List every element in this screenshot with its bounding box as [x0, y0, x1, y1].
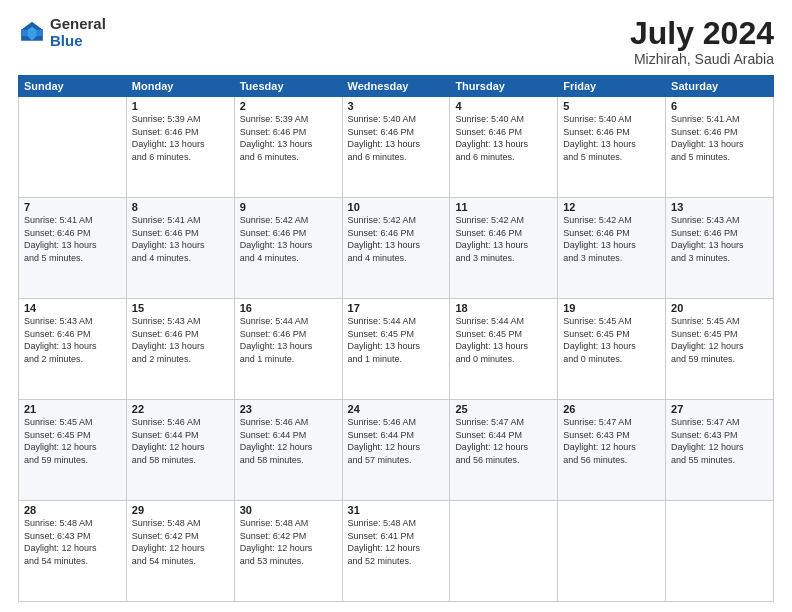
day-number: 7 [24, 201, 121, 213]
day-info: Sunrise: 5:40 AM Sunset: 6:46 PM Dayligh… [455, 113, 552, 163]
month-title: July 2024 [630, 16, 774, 51]
table-row: 17Sunrise: 5:44 AM Sunset: 6:45 PM Dayli… [342, 299, 450, 400]
day-number: 25 [455, 403, 552, 415]
day-info: Sunrise: 5:43 AM Sunset: 6:46 PM Dayligh… [132, 315, 229, 365]
table-row: 25Sunrise: 5:47 AM Sunset: 6:44 PM Dayli… [450, 400, 558, 501]
day-number: 23 [240, 403, 337, 415]
logo-general: General [50, 16, 106, 33]
table-row: 21Sunrise: 5:45 AM Sunset: 6:45 PM Dayli… [19, 400, 127, 501]
day-number: 1 [132, 100, 229, 112]
day-info: Sunrise: 5:44 AM Sunset: 6:46 PM Dayligh… [240, 315, 337, 365]
table-row [558, 501, 666, 602]
col-friday: Friday [558, 76, 666, 97]
day-info: Sunrise: 5:46 AM Sunset: 6:44 PM Dayligh… [132, 416, 229, 466]
table-row: 5Sunrise: 5:40 AM Sunset: 6:46 PM Daylig… [558, 97, 666, 198]
day-number: 24 [348, 403, 445, 415]
day-number: 26 [563, 403, 660, 415]
day-info: Sunrise: 5:42 AM Sunset: 6:46 PM Dayligh… [240, 214, 337, 264]
table-row: 14Sunrise: 5:43 AM Sunset: 6:46 PM Dayli… [19, 299, 127, 400]
table-row [666, 501, 774, 602]
title-block: July 2024 Mizhirah, Saudi Arabia [630, 16, 774, 67]
table-row: 26Sunrise: 5:47 AM Sunset: 6:43 PM Dayli… [558, 400, 666, 501]
table-row: 11Sunrise: 5:42 AM Sunset: 6:46 PM Dayli… [450, 198, 558, 299]
day-info: Sunrise: 5:47 AM Sunset: 6:44 PM Dayligh… [455, 416, 552, 466]
day-info: Sunrise: 5:48 AM Sunset: 6:42 PM Dayligh… [132, 517, 229, 567]
table-row: 13Sunrise: 5:43 AM Sunset: 6:46 PM Dayli… [666, 198, 774, 299]
table-row: 29Sunrise: 5:48 AM Sunset: 6:42 PM Dayli… [126, 501, 234, 602]
day-info: Sunrise: 5:43 AM Sunset: 6:46 PM Dayligh… [671, 214, 768, 264]
table-row: 22Sunrise: 5:46 AM Sunset: 6:44 PM Dayli… [126, 400, 234, 501]
day-number: 16 [240, 302, 337, 314]
day-number: 2 [240, 100, 337, 112]
table-row: 23Sunrise: 5:46 AM Sunset: 6:44 PM Dayli… [234, 400, 342, 501]
day-number: 21 [24, 403, 121, 415]
location: Mizhirah, Saudi Arabia [630, 51, 774, 67]
day-info: Sunrise: 5:41 AM Sunset: 6:46 PM Dayligh… [671, 113, 768, 163]
table-row: 24Sunrise: 5:46 AM Sunset: 6:44 PM Dayli… [342, 400, 450, 501]
day-number: 10 [348, 201, 445, 213]
day-info: Sunrise: 5:44 AM Sunset: 6:45 PM Dayligh… [455, 315, 552, 365]
day-number: 12 [563, 201, 660, 213]
day-number: 20 [671, 302, 768, 314]
table-row [19, 97, 127, 198]
day-info: Sunrise: 5:41 AM Sunset: 6:46 PM Dayligh… [132, 214, 229, 264]
header-row: Sunday Monday Tuesday Wednesday Thursday… [19, 76, 774, 97]
day-number: 4 [455, 100, 552, 112]
col-monday: Monday [126, 76, 234, 97]
table-row: 7Sunrise: 5:41 AM Sunset: 6:46 PM Daylig… [19, 198, 127, 299]
day-number: 8 [132, 201, 229, 213]
table-row: 12Sunrise: 5:42 AM Sunset: 6:46 PM Dayli… [558, 198, 666, 299]
logo-blue: Blue [50, 33, 106, 50]
col-wednesday: Wednesday [342, 76, 450, 97]
day-info: Sunrise: 5:42 AM Sunset: 6:46 PM Dayligh… [348, 214, 445, 264]
table-row: 18Sunrise: 5:44 AM Sunset: 6:45 PM Dayli… [450, 299, 558, 400]
day-info: Sunrise: 5:39 AM Sunset: 6:46 PM Dayligh… [240, 113, 337, 163]
day-info: Sunrise: 5:46 AM Sunset: 6:44 PM Dayligh… [240, 416, 337, 466]
day-number: 6 [671, 100, 768, 112]
day-info: Sunrise: 5:46 AM Sunset: 6:44 PM Dayligh… [348, 416, 445, 466]
week-row-5: 28Sunrise: 5:48 AM Sunset: 6:43 PM Dayli… [19, 501, 774, 602]
week-row-2: 7Sunrise: 5:41 AM Sunset: 6:46 PM Daylig… [19, 198, 774, 299]
day-number: 28 [24, 504, 121, 516]
table-row: 28Sunrise: 5:48 AM Sunset: 6:43 PM Dayli… [19, 501, 127, 602]
day-number: 15 [132, 302, 229, 314]
day-number: 27 [671, 403, 768, 415]
day-number: 22 [132, 403, 229, 415]
week-row-1: 1Sunrise: 5:39 AM Sunset: 6:46 PM Daylig… [19, 97, 774, 198]
header: General Blue July 2024 Mizhirah, Saudi A… [18, 16, 774, 67]
table-row: 2Sunrise: 5:39 AM Sunset: 6:46 PM Daylig… [234, 97, 342, 198]
day-number: 14 [24, 302, 121, 314]
table-row: 15Sunrise: 5:43 AM Sunset: 6:46 PM Dayli… [126, 299, 234, 400]
week-row-4: 21Sunrise: 5:45 AM Sunset: 6:45 PM Dayli… [19, 400, 774, 501]
day-number: 31 [348, 504, 445, 516]
day-number: 19 [563, 302, 660, 314]
svg-marker-4 [21, 29, 27, 35]
col-sunday: Sunday [19, 76, 127, 97]
day-info: Sunrise: 5:48 AM Sunset: 6:41 PM Dayligh… [348, 517, 445, 567]
day-info: Sunrise: 5:48 AM Sunset: 6:43 PM Dayligh… [24, 517, 121, 567]
day-number: 11 [455, 201, 552, 213]
table-row: 20Sunrise: 5:45 AM Sunset: 6:45 PM Dayli… [666, 299, 774, 400]
day-number: 5 [563, 100, 660, 112]
day-info: Sunrise: 5:44 AM Sunset: 6:45 PM Dayligh… [348, 315, 445, 365]
table-row: 6Sunrise: 5:41 AM Sunset: 6:46 PM Daylig… [666, 97, 774, 198]
day-info: Sunrise: 5:45 AM Sunset: 6:45 PM Dayligh… [563, 315, 660, 365]
day-number: 3 [348, 100, 445, 112]
table-row: 19Sunrise: 5:45 AM Sunset: 6:45 PM Dayli… [558, 299, 666, 400]
table-row: 8Sunrise: 5:41 AM Sunset: 6:46 PM Daylig… [126, 198, 234, 299]
table-row: 4Sunrise: 5:40 AM Sunset: 6:46 PM Daylig… [450, 97, 558, 198]
page: General Blue July 2024 Mizhirah, Saudi A… [0, 0, 792, 612]
day-info: Sunrise: 5:47 AM Sunset: 6:43 PM Dayligh… [671, 416, 768, 466]
day-info: Sunrise: 5:40 AM Sunset: 6:46 PM Dayligh… [348, 113, 445, 163]
svg-marker-2 [37, 29, 43, 35]
day-info: Sunrise: 5:48 AM Sunset: 6:42 PM Dayligh… [240, 517, 337, 567]
col-thursday: Thursday [450, 76, 558, 97]
day-info: Sunrise: 5:45 AM Sunset: 6:45 PM Dayligh… [671, 315, 768, 365]
table-row: 9Sunrise: 5:42 AM Sunset: 6:46 PM Daylig… [234, 198, 342, 299]
day-info: Sunrise: 5:42 AM Sunset: 6:46 PM Dayligh… [563, 214, 660, 264]
col-saturday: Saturday [666, 76, 774, 97]
day-number: 9 [240, 201, 337, 213]
logo: General Blue [18, 16, 106, 49]
day-number: 13 [671, 201, 768, 213]
table-row [450, 501, 558, 602]
